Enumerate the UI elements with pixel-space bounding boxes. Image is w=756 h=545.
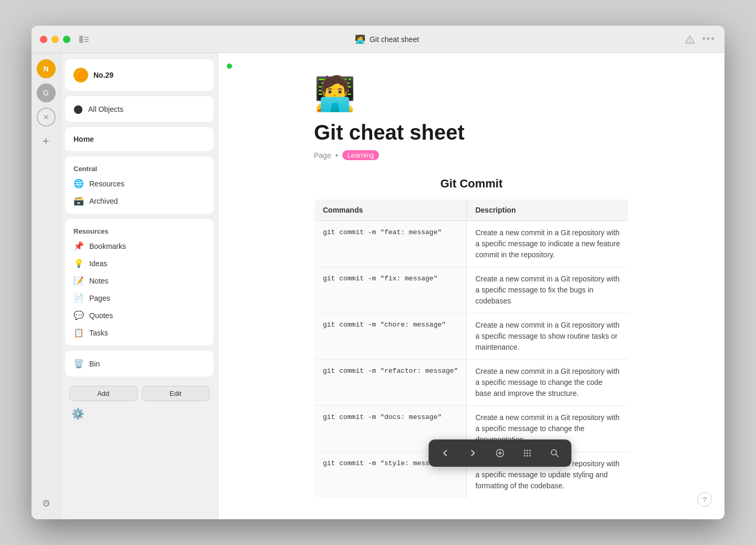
sidebar-item-home[interactable]: Home (67, 131, 212, 147)
help-button[interactable]: ? (697, 492, 712, 507)
sidebar-item-archived[interactable]: 🗃️ Archived (67, 192, 212, 209)
bin-icon: 🗑️ (74, 359, 84, 369)
sidebar-item-quotes-label: Quotes (89, 311, 113, 320)
titlebar: 🧑‍💻 Git cheat sheet ••• (32, 26, 724, 53)
page-meta-dot: • (335, 151, 338, 160)
resources-header: Resources (67, 223, 212, 237)
svg-rect-1 (84, 37, 89, 38)
settings-rail-icon[interactable]: ⚙ (37, 494, 56, 513)
svg-point-12 (529, 450, 531, 452)
sidebar-item-notes[interactable]: 📝 Notes (67, 272, 212, 289)
table-header-commands: Commands (314, 200, 467, 221)
sidebar-item-bookmarks-label: Bookmarks (89, 242, 126, 250)
svg-rect-2 (84, 39, 89, 40)
table-row: git commit -m "feat: message"Create a ne… (314, 221, 629, 267)
settings-wrap: ⚙️ (65, 403, 214, 424)
sidebar-item-home-label: Home (74, 135, 94, 143)
add-workspace-button[interactable]: + (37, 132, 56, 151)
floating-toolbar (428, 439, 571, 467)
resources-icon: 🌐 (74, 179, 84, 188)
sidebar-item-notes-label: Notes (89, 277, 109, 285)
sidebar: 🟠 No.29 ⬤ All Objects Home Ce (61, 53, 218, 519)
icon-rail: N G ✕ + ⚙ (32, 53, 61, 519)
close-button[interactable] (40, 36, 47, 43)
workspace-avatar: 🟠 (74, 68, 88, 82)
svg-rect-3 (84, 41, 89, 42)
pages-icon: 📄 (74, 293, 84, 303)
sidebar-item-resources[interactable]: 🌐 Resources (67, 175, 212, 192)
sidebar-item-pages[interactable]: 📄 Pages (67, 289, 212, 307)
table-cell-description: Create a new commit in a Git repository … (467, 221, 629, 267)
page-meta: Page • Learning (314, 150, 629, 160)
svg-rect-0 (79, 36, 83, 43)
sidebar-item-bookmarks[interactable]: 📌 Bookmarks (67, 237, 212, 255)
sidebar-item-archived-label: Archived (89, 197, 118, 205)
notes-icon: 📝 (74, 276, 84, 286)
table-row: git commit -m "chore: message"Create a n… (314, 313, 629, 360)
sidebar-item-bin-label: Bin (89, 360, 100, 368)
central-header: Central (67, 161, 212, 175)
titlebar-title-area: 🧑‍💻 Git cheat sheet (91, 34, 682, 44)
sidebar-item-ideas-label: Ideas (89, 259, 107, 268)
titlebar-emoji: 🧑‍💻 (355, 34, 365, 44)
page-emoji: 🧑‍💻 (314, 74, 629, 113)
workspace-avatar-outline[interactable]: ✕ (37, 108, 56, 127)
workspace-avatar-secondary[interactable]: G (37, 83, 56, 102)
app-window: 🧑‍💻 Git cheat sheet ••• N G ✕ + ⚙ (32, 26, 724, 519)
grid-button[interactable] (519, 445, 536, 462)
svg-point-15 (529, 453, 531, 454)
fullscreen-button[interactable] (63, 36, 70, 43)
status-dot (227, 64, 232, 69)
sidebar-item-quotes[interactable]: 💬 Quotes (67, 307, 212, 324)
alert-button[interactable] (682, 32, 697, 47)
search-button[interactable] (546, 445, 563, 462)
sidebar-item-all-objects-label: All Objects (88, 105, 123, 113)
table-cell-description: Create a new commit in a Git repository … (467, 267, 629, 313)
sidebar-item-bin[interactable]: 🗑️ Bin (67, 355, 212, 372)
workspace-name: No.29 (93, 71, 113, 79)
table-cell-description: Create a new commit in a Git repository … (467, 360, 629, 406)
sidebar-item-resources-label: Resources (89, 180, 124, 188)
page-type: Page (314, 151, 331, 160)
titlebar-actions: ••• (682, 32, 716, 47)
workspace-item[interactable]: 🟠 No.29 (67, 64, 212, 87)
all-objects-icon: ⬤ (74, 104, 83, 114)
svg-point-16 (524, 455, 526, 457)
svg-point-10 (524, 450, 526, 452)
sidebar-item-tasks[interactable]: 📋 Tasks (67, 324, 212, 341)
sidebar-item-pages-label: Pages (89, 294, 110, 302)
edit-button[interactable]: Edit (142, 386, 210, 401)
svg-point-17 (527, 455, 528, 457)
nav-back-button[interactable] (437, 445, 454, 462)
sidebar-actions: Add Edit (65, 382, 214, 403)
sidebar-item-all-objects[interactable]: ⬤ All Objects (67, 100, 212, 118)
archived-icon: 🗃️ (74, 196, 84, 206)
minimize-button[interactable] (51, 36, 59, 43)
resources-section: Resources 📌 Bookmarks 💡 Ideas 📝 Notes 📄 … (65, 219, 214, 345)
settings-icon[interactable]: ⚙️ (71, 408, 85, 420)
main-content: 🧑‍💻 Git cheat sheet Page • Learning Git … (218, 53, 724, 519)
bookmarks-icon: 📌 (74, 241, 84, 251)
more-options-button[interactable]: ••• (701, 32, 716, 47)
svg-point-11 (527, 450, 528, 452)
titlebar-title: Git cheat sheet (370, 35, 419, 44)
all-objects-section: ⬤ All Objects (65, 96, 214, 122)
table-cell-command: git commit -m "feat: message" (314, 221, 467, 267)
table-cell-command: git commit -m "refactor: message" (314, 360, 467, 406)
workspace-avatar-primary[interactable]: N (37, 59, 56, 78)
page-tag[interactable]: Learning (342, 150, 380, 160)
table-cell-command: git commit -m "chore: message" (314, 313, 467, 360)
sidebar-item-tasks-label: Tasks (89, 329, 108, 337)
table-cell-command: git commit -m "fix: message" (314, 267, 467, 313)
add-button[interactable]: Add (69, 386, 138, 401)
table-header-description: Description (467, 200, 629, 221)
table-row: git commit -m "refactor: message"Create … (314, 360, 629, 406)
svg-point-6 (689, 41, 690, 43)
add-block-button[interactable] (491, 445, 508, 462)
sidebar-item-ideas[interactable]: 💡 Ideas (67, 255, 212, 272)
traffic-lights (40, 36, 70, 43)
app-body: N G ✕ + ⚙ 🟠 No.29 ⬤ (32, 53, 724, 519)
sidebar-toggle-button[interactable] (77, 32, 91, 47)
nav-forward-button[interactable] (464, 445, 481, 462)
svg-point-14 (527, 453, 528, 454)
